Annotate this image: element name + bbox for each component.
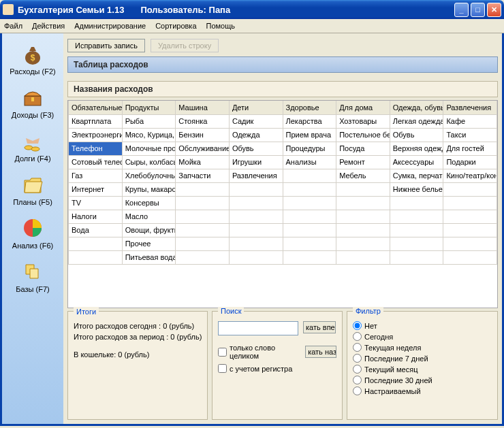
column-header[interactable]: Здоровье xyxy=(283,101,336,114)
filter-option[interactable]: Нет xyxy=(353,321,492,330)
filter-radio[interactable] xyxy=(353,321,362,330)
table-cell[interactable]: Хозтовары xyxy=(336,114,390,128)
table-cell[interactable] xyxy=(390,237,443,250)
table-cell[interactable]: Садик xyxy=(229,114,283,128)
whole-word-checkbox[interactable] xyxy=(218,348,227,357)
table-cell[interactable]: Прием врача xyxy=(283,128,336,142)
filter-radio[interactable] xyxy=(353,376,362,384)
table-cell[interactable] xyxy=(390,250,443,264)
table-cell[interactable]: Развлечения xyxy=(229,169,283,182)
table-cell[interactable]: Такси xyxy=(443,128,497,142)
table-cell[interactable] xyxy=(176,250,230,264)
table-cell[interactable] xyxy=(176,237,230,250)
table-cell[interactable] xyxy=(283,223,336,237)
table-cell[interactable] xyxy=(229,250,283,264)
table-cell[interactable]: Рыба xyxy=(122,114,176,128)
table-cell[interactable] xyxy=(283,250,336,264)
table-cell[interactable]: Ремонт xyxy=(336,155,390,169)
table-cell[interactable]: Обувь xyxy=(390,128,443,142)
filter-option[interactable]: Текущая неделя xyxy=(353,343,492,352)
table-cell[interactable] xyxy=(336,223,390,237)
sidebar-item[interactable]: Долги (F4) xyxy=(5,125,61,167)
table-cell[interactable]: Газ xyxy=(69,169,123,182)
sidebar-item[interactable]: Базы (F7) xyxy=(5,255,61,297)
column-header[interactable]: Дети xyxy=(229,101,283,114)
table-cell[interactable]: Мебель xyxy=(336,169,390,182)
table-cell[interactable]: Подарки xyxy=(443,155,497,169)
table-cell[interactable]: Мойка xyxy=(176,155,230,169)
table-cell[interactable] xyxy=(336,196,390,210)
table-cell[interactable]: Квартплата xyxy=(69,114,123,128)
table-cell[interactable]: Электроэнергия xyxy=(69,128,123,142)
filter-option[interactable]: Последние 30 дней xyxy=(353,376,492,384)
table-cell[interactable]: Консервы xyxy=(122,196,176,210)
table-cell[interactable] xyxy=(229,237,283,250)
filter-radio[interactable] xyxy=(353,332,362,341)
table-cell[interactable]: Обувь xyxy=(229,142,283,155)
table-cell[interactable] xyxy=(176,182,230,196)
table-cell[interactable]: Нижнее белье xyxy=(390,182,443,196)
table-cell[interactable] xyxy=(336,237,390,250)
table-cell[interactable] xyxy=(443,250,497,264)
table-cell[interactable]: Сумка, перчатки xyxy=(390,169,443,182)
filter-option[interactable]: Текущий месяц xyxy=(353,365,492,374)
table-cell[interactable]: Лекарства xyxy=(283,114,336,128)
table-cell[interactable] xyxy=(283,210,336,223)
table-row[interactable]: КвартплатаРыбаСтоянкаСадикЛекарстваХозто… xyxy=(69,114,497,128)
sidebar-item[interactable]: $Расходы (F2) xyxy=(5,37,61,80)
menu-item[interactable]: Администрирование xyxy=(74,22,146,30)
table-cell[interactable]: Интернет xyxy=(69,182,123,196)
table-row[interactable]: Питьевая вода xyxy=(69,250,497,264)
table-cell[interactable] xyxy=(229,196,283,210)
table-cell[interactable]: Аксессуары xyxy=(390,155,443,169)
sidebar-item[interactable]: Планы (F5) xyxy=(5,168,61,210)
table-cell[interactable]: Вода xyxy=(69,223,123,237)
table-cell[interactable] xyxy=(390,210,443,223)
column-header[interactable]: Развлечения xyxy=(443,101,497,114)
table-cell[interactable]: Мясо, Курица, xyxy=(122,128,176,142)
table-cell[interactable]: Обслуживание xyxy=(176,142,230,155)
table-cell[interactable] xyxy=(69,237,123,250)
maximize-button[interactable]: □ xyxy=(471,3,485,17)
table-cell[interactable] xyxy=(283,169,336,182)
column-header[interactable]: Для дома xyxy=(336,101,390,114)
table-cell[interactable]: Посуда xyxy=(336,142,390,155)
table-cell[interactable] xyxy=(229,223,283,237)
table-cell[interactable] xyxy=(336,210,390,223)
table-cell[interactable] xyxy=(283,196,336,210)
close-button[interactable]: ✕ xyxy=(487,3,501,17)
table-cell[interactable]: Масло xyxy=(122,210,176,223)
column-header[interactable]: Машина xyxy=(176,101,230,114)
table-cell[interactable]: Легкая одежда xyxy=(390,114,443,128)
column-header[interactable]: Продукты xyxy=(122,101,176,114)
table-cell[interactable] xyxy=(336,182,390,196)
table-cell[interactable]: Одежда xyxy=(229,128,283,142)
table-row[interactable]: Сотовый телефонСыры, колбасыМойкаИгрушки… xyxy=(69,155,497,169)
table-row[interactable]: ГазХлебобулочныеЗапчастиРазвлеченияМебел… xyxy=(69,169,497,182)
menu-item[interactable]: Помощь xyxy=(206,22,236,30)
table-cell[interactable]: Процедуры xyxy=(283,142,336,155)
sidebar-item[interactable]: Доходы (F3) xyxy=(5,81,61,123)
table-cell[interactable] xyxy=(443,210,497,223)
menu-item[interactable]: Действия xyxy=(32,22,65,30)
table-cell[interactable] xyxy=(443,196,497,210)
table-cell[interactable]: Налоги xyxy=(69,210,123,223)
table-cell[interactable]: Питьевая вода xyxy=(122,250,176,264)
filter-radio[interactable] xyxy=(353,365,362,374)
table-cell[interactable]: Кафе xyxy=(443,114,497,128)
table-cell[interactable] xyxy=(336,250,390,264)
table-cell[interactable]: Анализы xyxy=(283,155,336,169)
table-cell[interactable]: Сотовый телефон xyxy=(69,155,123,169)
menu-item[interactable]: Сортировка xyxy=(155,22,196,30)
table-cell[interactable]: TV xyxy=(69,196,123,210)
table-row[interactable]: НалогиМасло xyxy=(69,210,497,223)
table-cell[interactable]: Сыры, колбасы xyxy=(122,155,176,169)
expense-table[interactable]: ОбязательныеПродуктыМашинаДетиЗдоровьеДл… xyxy=(67,100,498,308)
table-row[interactable]: TVКонсервы xyxy=(69,196,497,210)
table-row[interactable]: Прочее xyxy=(69,237,497,250)
filter-option[interactable]: Настраиваемый xyxy=(353,386,492,395)
match-case-checkbox[interactable] xyxy=(218,364,227,373)
search-back-button[interactable]: кать назад xyxy=(305,346,336,358)
table-cell[interactable]: Овощи, фрукты xyxy=(122,223,176,237)
table-cell[interactable]: Стоянка xyxy=(176,114,230,128)
